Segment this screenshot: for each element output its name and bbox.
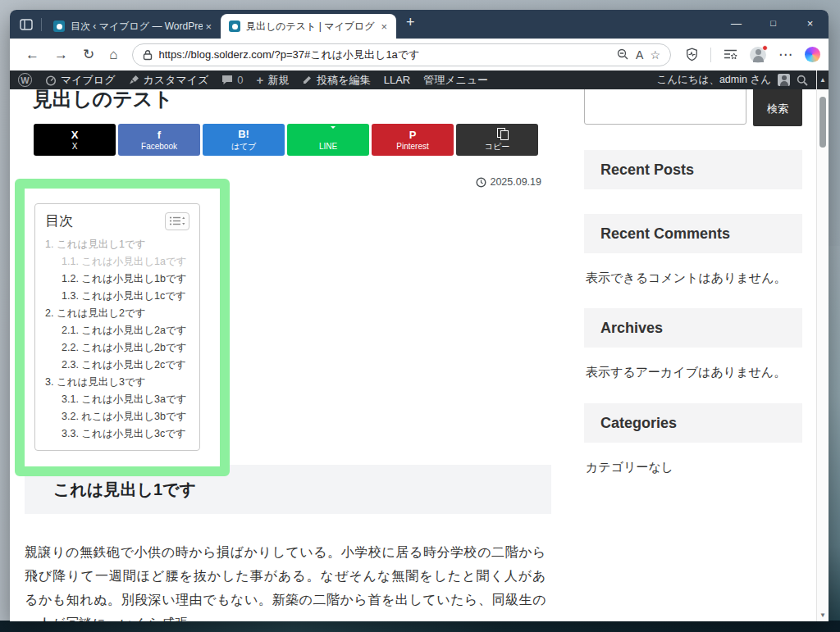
browser-essentials-icon[interactable] xyxy=(686,48,698,61)
site-favicon xyxy=(53,20,65,32)
section-heading: これは見出し1です xyxy=(53,479,196,501)
toc-link[interactable]: 1. これは見出し1です xyxy=(45,236,189,253)
admin-bar-customize[interactable]: カスタマイズ xyxy=(129,73,209,88)
scroll-down-icon[interactable]: ▼ xyxy=(817,612,829,619)
admin-bar-site-name[interactable]: マイブログ xyxy=(45,73,116,88)
zoom-out-icon[interactable] xyxy=(617,48,629,61)
brush-icon xyxy=(129,75,139,85)
tab-title: 見出しのテスト | マイブログ xyxy=(246,20,378,34)
toc-link[interactable]: 3.1. これは小見出し3aです xyxy=(62,391,189,408)
page-content: 見出しのテスト X X f Facebook B! はてブ xyxy=(10,89,816,621)
share-facebook-button[interactable]: f Facebook xyxy=(118,124,200,156)
comment-bubble-icon xyxy=(221,75,233,85)
close-button[interactable]: × xyxy=(792,10,829,36)
widget-heading-recent-comments: Recent Comments xyxy=(584,214,802,253)
toc-link[interactable]: 1.3. これは小見出し1cです xyxy=(62,288,189,305)
toolbar-right-icons: ⋯ xyxy=(686,46,820,63)
toc-link[interactable]: 3.3. これは小見出し3cです xyxy=(62,425,189,443)
sidebar: 検索 Recent Posts Recent Comments 表示できるコメン… xyxy=(584,89,802,475)
admin-avatar[interactable] xyxy=(778,74,790,86)
forward-icon[interactable]: → xyxy=(54,47,68,63)
page-title: 見出しのテスト xyxy=(33,89,173,112)
tab-close-icon[interactable]: × xyxy=(203,20,214,33)
search-button[interactable]: 検索 xyxy=(753,89,802,126)
hatena-icon: B! xyxy=(238,128,249,140)
wp-admin-bar: W マイブログ カスタマイズ xyxy=(10,70,816,89)
wp-logo-icon[interactable]: W xyxy=(18,73,32,87)
table-of-contents: 目次 1. これは見出し1です 1.1. これは小見出し1aです 1.2. これ… xyxy=(34,203,200,451)
admin-bar-edit-post[interactable]: 投稿を編集 xyxy=(302,73,370,88)
plus-icon: + xyxy=(257,73,264,87)
pinterest-icon: P xyxy=(409,129,417,141)
share-hatena-button[interactable]: B! はてブ xyxy=(203,124,285,156)
toc-link[interactable]: 3. これは見出し3です xyxy=(45,374,189,391)
share-button-row: X X f Facebook B! はてブ LINE xyxy=(34,124,538,156)
read-aloud-icon[interactable]: A xyxy=(636,48,643,61)
desktop-wallpaper-bottom xyxy=(0,621,840,632)
browser-toolbar: ← → ↻ ⌂ https://blog.solderz.com/?p=37#こ… xyxy=(10,39,829,70)
favorite-star-icon[interactable]: ☆ xyxy=(650,48,660,61)
post-date: 2025.09.19 xyxy=(476,176,541,188)
lock-icon xyxy=(143,49,153,61)
toc-link[interactable]: 2.3. これは小見出し2cです xyxy=(62,357,189,374)
refresh-icon[interactable]: ↻ xyxy=(83,46,94,63)
admin-bar-llar[interactable]: LLAR xyxy=(384,74,411,86)
toc-link[interactable]: 3.2. れこは小見出し3bです xyxy=(62,408,189,425)
tab-strip: 目次 ‹ マイブログ — WordPress × 見出しのテスト | マイブログ… xyxy=(10,10,829,39)
toc-toggle-button[interactable] xyxy=(165,212,189,230)
toc-title: 目次 xyxy=(45,211,73,230)
toc-link[interactable]: 1.2. これは小見出し1bです xyxy=(62,271,189,288)
browser-window: 目次 ‹ マイブログ — WordPress × 見出しのテスト | マイブログ… xyxy=(10,10,829,621)
url-text[interactable]: https://blog.solderz.com/?p=37#これは小見出し1a… xyxy=(159,48,611,62)
home-icon[interactable]: ⌂ xyxy=(109,47,117,63)
widget-heading-categories: Categories xyxy=(584,403,802,443)
share-x-button[interactable]: X X xyxy=(34,124,116,156)
clock-icon xyxy=(476,177,486,188)
tab-actions-icon[interactable] xyxy=(20,18,33,31)
copilot-icon[interactable] xyxy=(805,47,820,62)
page-scrollbar[interactable]: ▲ ▼ xyxy=(816,70,829,621)
scrollbar-thumb[interactable] xyxy=(819,97,826,148)
widget-heading-recent-posts: Recent Posts xyxy=(584,150,802,189)
maximize-button[interactable]: □ xyxy=(755,10,792,36)
widget-text-categories: カテゴリーなし xyxy=(586,460,802,475)
toc-list: 1. これは見出し1です 1.1. これは小見出し1aです 1.2. これは小見… xyxy=(45,236,189,443)
admin-bar-new[interactable]: + 新規 xyxy=(257,73,290,88)
address-bar[interactable]: https://blog.solderz.com/?p=37#これは小見出し1a… xyxy=(132,43,671,66)
toc-link[interactable]: 2.2. これは小見出し2bです xyxy=(62,339,189,357)
admin-bar-admin-menu[interactable]: 管理メニュー xyxy=(423,73,488,88)
back-icon[interactable]: ← xyxy=(25,47,39,63)
share-copy-button[interactable]: コピー xyxy=(456,124,538,156)
new-tab-button[interactable]: + xyxy=(406,14,415,31)
widget-text-archives: 表示するアーカイブはありません。 xyxy=(586,365,802,380)
admin-greeting[interactable]: こんにちは、admin さん xyxy=(656,73,771,87)
site-favicon xyxy=(229,20,240,32)
profile-avatar[interactable] xyxy=(750,47,766,63)
settings-more-icon[interactable]: ⋯ xyxy=(778,46,792,63)
browser-tab-wordpress-admin[interactable]: 目次 ‹ マイブログ — WordPress × xyxy=(45,14,221,39)
facebook-icon: f xyxy=(158,129,161,141)
tab-close-icon[interactable]: × xyxy=(378,20,390,33)
tab-title: 目次 ‹ マイブログ — WordPress xyxy=(71,20,203,34)
share-line-button[interactable]: LINE xyxy=(287,124,369,156)
share-pinterest-button[interactable]: P Pinterest xyxy=(372,124,454,156)
article-body: 親譲りの無鉄砲で小供の時から損ばかりしている。小学校に居る時分学校の二階から飛び… xyxy=(25,540,546,621)
search-input[interactable] xyxy=(584,89,746,125)
scroll-up-icon[interactable]: ▲ xyxy=(817,70,829,89)
toolbar-divider xyxy=(710,48,711,62)
desktop-wallpaper-right xyxy=(829,246,840,621)
pencil-icon xyxy=(302,75,313,85)
admin-search-icon[interactable] xyxy=(797,75,808,86)
window-controls: — □ × xyxy=(718,10,829,36)
notification-dot xyxy=(762,45,768,51)
toc-link[interactable]: 1.1. これは小見出し1aです xyxy=(62,253,189,271)
widget-heading-archives: Archives xyxy=(584,308,802,348)
widget-text-recent-comments: 表示できるコメントはありません。 xyxy=(586,271,802,286)
toc-link[interactable]: 2. これは見出し2です xyxy=(45,305,189,322)
dashboard-gauge-icon xyxy=(45,75,57,86)
toc-link[interactable]: 2.1. これは小見出し2aです xyxy=(62,322,189,339)
favorites-hub-icon[interactable] xyxy=(724,48,737,61)
minimize-button[interactable]: — xyxy=(718,10,755,36)
admin-bar-comments[interactable]: 0 xyxy=(221,74,243,86)
browser-tab-post[interactable]: 見出しのテスト | マイブログ × xyxy=(221,14,396,39)
